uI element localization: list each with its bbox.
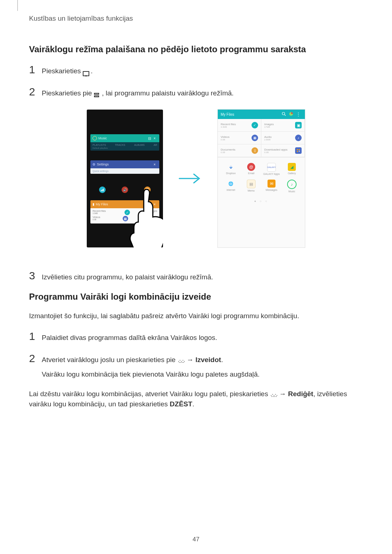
step-2: 2 Pieskarieties pie , lai programmu pala… bbox=[29, 86, 363, 99]
arrow-text: → bbox=[187, 356, 195, 364]
close-icon: × bbox=[152, 163, 157, 167]
myfiles-header: My Files ⋮ bbox=[218, 110, 305, 119]
recent-card-settings: ✿ Settings × Quick settings bbox=[90, 160, 159, 174]
handle-dots-icon bbox=[177, 360, 185, 363]
step-number: 1 bbox=[29, 330, 42, 342]
section2-intro: Izmantojiet šo funkciju, lai saglabātu p… bbox=[29, 311, 363, 321]
tile-audio: Audio2.8MB ♪ bbox=[261, 132, 305, 144]
close-icon: × bbox=[152, 136, 157, 140]
check-icon: ✓ bbox=[252, 122, 258, 128]
app-dropbox: ⬙Dropbox bbox=[221, 163, 241, 175]
section2-final: Lai dzēstu vairāku logu kombinācijas, at… bbox=[29, 389, 363, 410]
step-text: Palaidiet divas programmas dalītā ekrāna… bbox=[42, 333, 217, 343]
step2-text-b: , lai programmu palaistu vairāklogu režī… bbox=[102, 89, 234, 97]
recent-card-music: Music ⊟ × PLAYLISTSTRACKSALBUMSAR Defaul… bbox=[90, 134, 159, 151]
step-number: 2 bbox=[29, 86, 42, 98]
page-number: 47 bbox=[0, 536, 392, 543]
step-text: Atveriet vairāklogu joslu un pieskarieti… bbox=[42, 355, 260, 380]
image-icon: ▣ bbox=[295, 122, 302, 128]
apps-icon bbox=[295, 147, 302, 154]
category-grid: Recent files3.3MB ✓ Images17MB ▣ Videos0… bbox=[218, 119, 305, 157]
svg-rect-8 bbox=[299, 149, 300, 150]
svg-rect-2 bbox=[103, 189, 104, 191]
s2-step2-sub: Vairāku logu kombinācija tiek pievienota… bbox=[42, 369, 260, 380]
section1-heading: Vairāklogu režīma palaišana no pēdējo li… bbox=[29, 44, 363, 54]
step2-text-a: Pieskarieties pie bbox=[42, 89, 94, 97]
recent-files-label: Recent files bbox=[93, 210, 106, 212]
apps-grid: ⬙Dropbox @Email GALAXYGALAXY Apps ◢Galle… bbox=[218, 157, 305, 198]
arrow-right-icon bbox=[177, 171, 203, 186]
music-icon bbox=[93, 136, 97, 140]
app-gallery: ◢Gallery bbox=[282, 163, 302, 175]
card-title: Settings bbox=[97, 163, 152, 166]
playlists-label: Default playlists bbox=[93, 147, 157, 149]
more-icon: ⋮ bbox=[295, 112, 302, 117]
quick-settings-label: Quick settings bbox=[93, 170, 109, 172]
folder-icon: ▮ bbox=[93, 202, 94, 206]
storage-icon bbox=[287, 112, 295, 117]
breadcrumb: Kustības un lietojamības funkcijas bbox=[29, 15, 363, 22]
section2-heading: Programmu Vairāki logi kombināciju izvei… bbox=[29, 292, 363, 302]
step-text: Pieskarieties pie , lai programmu palais… bbox=[42, 88, 234, 99]
split-icon: ⊟ bbox=[147, 136, 152, 140]
videos-label: Videos bbox=[93, 216, 100, 218]
search-icon bbox=[280, 112, 287, 117]
svg-rect-9 bbox=[297, 151, 298, 152]
svg-point-4 bbox=[282, 112, 285, 115]
final-a: Lai dzēstu vairāku logu kombinācijas, at… bbox=[29, 390, 270, 398]
page-indicator: ● ○ ○ bbox=[218, 198, 305, 204]
dzest-bold: DZĒST bbox=[170, 400, 192, 408]
split-screen-icon bbox=[94, 90, 102, 97]
step-text: Izvēlieties citu programmu, ko palaist v… bbox=[42, 272, 213, 283]
document-icon: ▯ bbox=[252, 147, 258, 154]
phone-recent-apps: Music ⊟ × PLAYLISTSTRACKSALBUMSAR Defaul… bbox=[87, 110, 163, 247]
s2-step2-a: Atveriet vairāklogu joslu un pieskarieti… bbox=[42, 356, 177, 364]
arrow-text: → bbox=[279, 390, 288, 398]
s2-step-2: 2 Atveriet vairāklogu joslu un pieskarie… bbox=[29, 352, 363, 380]
app-music: ♪Music bbox=[282, 180, 302, 193]
svg-rect-0 bbox=[101, 190, 102, 191]
tile-images: Images17MB ▣ bbox=[261, 119, 305, 132]
card-title: Music bbox=[98, 136, 147, 140]
app-galaxy: GALAXYGALAXY Apps bbox=[261, 163, 282, 175]
step-number: 3 bbox=[29, 270, 42, 282]
header-title: My Files bbox=[221, 112, 280, 116]
step-3: 3 Izvēlieties citu programmu, ko palaist… bbox=[29, 270, 363, 283]
step1-text: Pieskarieties bbox=[42, 67, 83, 75]
tile-recent-files: Recent files3.3MB ✓ bbox=[218, 119, 261, 132]
handle-dots-icon bbox=[270, 394, 277, 397]
svg-rect-7 bbox=[297, 149, 298, 150]
tile-documents: Documents0.0B ▯ bbox=[218, 144, 261, 157]
phone-myfiles-full: My Files ⋮ Recent files3.3MB ✓ Images17M… bbox=[217, 109, 305, 248]
hand-pointer-icon bbox=[127, 186, 163, 247]
audio-icon: ♪ bbox=[295, 135, 302, 141]
step-text: Pieskarieties . bbox=[42, 66, 93, 77]
tile-downloaded: Downloaded apps0.0B bbox=[261, 144, 305, 157]
recent-apps-icon bbox=[83, 68, 91, 75]
svg-rect-1 bbox=[102, 189, 103, 191]
step-number: 2 bbox=[29, 352, 42, 365]
izveidot-bold: Izveidot bbox=[195, 356, 221, 364]
s2-step-1: 1 Palaidiet divas programmas dalītā ekrā… bbox=[29, 330, 363, 343]
app-memo: ▤Memo bbox=[241, 180, 261, 193]
app-internet: 🌐Internet bbox=[221, 180, 241, 193]
step-1: 1 Pieskarieties . bbox=[29, 63, 363, 77]
svg-line-5 bbox=[285, 115, 286, 116]
signal-icon bbox=[99, 186, 106, 193]
video-icon: ▦ bbox=[252, 135, 258, 141]
period: . bbox=[221, 356, 223, 364]
rediget-bold: Rediģēt bbox=[288, 390, 314, 398]
margin-line bbox=[17, 0, 18, 11]
tile-videos: Videos0.0B ▦ bbox=[218, 132, 261, 144]
final-end: . bbox=[192, 400, 194, 408]
app-messages: ✉Messages bbox=[261, 180, 282, 193]
gear-icon: ✿ bbox=[93, 163, 95, 166]
page: Kustības un lietojamības funkcijas Vairā… bbox=[0, 0, 392, 554]
instruction-figure: Music ⊟ × PLAYLISTSTRACKSALBUMSAR Defaul… bbox=[29, 109, 363, 248]
step-number: 1 bbox=[29, 63, 42, 76]
app-email: @Email bbox=[241, 163, 261, 175]
